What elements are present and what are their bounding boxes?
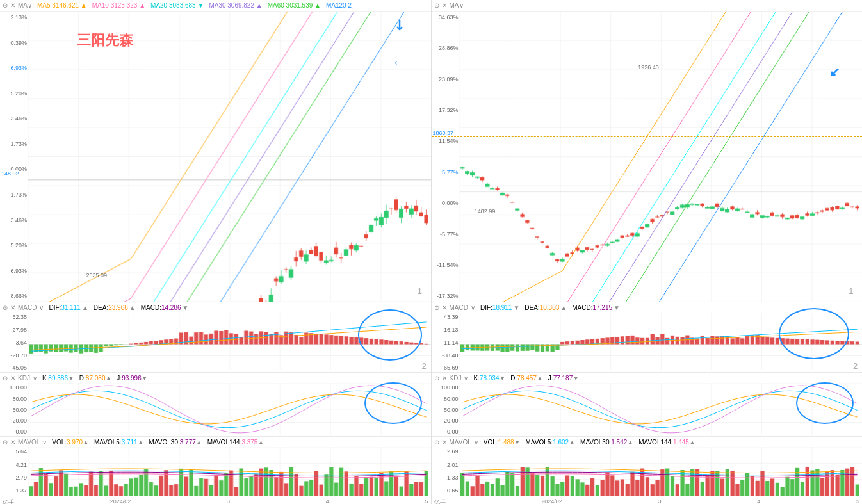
right-mavol-label: MAVOL	[450, 439, 471, 446]
right-mavol-dropdown[interactable]: ∨	[474, 439, 478, 446]
right-macd-settings-icon[interactable]: ⊙	[434, 304, 439, 311]
left-macd-panel: ⊙ ✕ MACD ∨ DIF: 31.111 ▲ DEA: 23.968 ▲ M…	[0, 302, 431, 372]
left-date-3: 4	[326, 498, 329, 504]
right-kdj-canvas	[432, 383, 863, 435]
right-mavol-panel: ⊙ ✕ MAVOL ∨ VOL: 1.488 ▼ MAVOL5: 1.602 ▲…	[432, 436, 863, 504]
right-mavol-canvas	[432, 447, 863, 496]
right-macd-dropdown[interactable]: ∨	[471, 304, 475, 311]
right-kdj-dropdown[interactable]: ∨	[464, 375, 468, 382]
left-mavol-vol-arrow: ▲	[83, 439, 89, 446]
left-ma60: MA60 3031.539 ▲	[268, 2, 321, 9]
right-kdj-d-value: 78.457	[517, 375, 537, 382]
left-kdj-j-value: 93.996	[122, 375, 142, 382]
left-mavol-label: MAVOL	[18, 439, 40, 446]
right-kdj-header: ⊙ ✕ KDJ ∨ K: 78.034 ▼ D: 78.457 ▲ J: 77.…	[432, 373, 863, 383]
right-mavol144-label: MAVOL144:	[638, 439, 673, 446]
left-price-low: 2635.09	[86, 272, 108, 279]
left-kdj-d-arrow: ▲	[105, 375, 111, 382]
right-kdj-panel: ⊙ ✕ KDJ ∨ K: 78.034 ▼ D: 78.457 ▲ J: 77.…	[432, 372, 863, 436]
left-kdj-dropdown[interactable]: ∨	[33, 375, 37, 382]
left-macd-dea-label: DEA:	[94, 304, 108, 311]
left-close-icon[interactable]: ✕	[10, 2, 15, 9]
left-date-1: 2024/02	[110, 498, 131, 504]
left-kdj-settings-icon[interactable]: ⊙	[3, 375, 8, 382]
right-mavol-vol-value: 1.488	[498, 439, 514, 446]
right-kdj-label: KDJ	[450, 375, 462, 382]
left-mavol-dropdown[interactable]: ∨	[42, 439, 47, 446]
right-price-low: 1482.99	[475, 208, 496, 215]
right-kdj-k-arrow: ▼	[499, 375, 505, 382]
right-macd-dif-label: DIF:	[480, 304, 492, 311]
left-mavol-vol-value: 3.970	[67, 439, 83, 446]
right-date-3: 4	[757, 498, 760, 504]
right-mavol-settings-icon[interactable]: ⊙	[434, 439, 439, 446]
left-kdj-d-label: D:	[79, 375, 86, 382]
right-macd-header: ⊙ ✕ MACD ∨ DIF: 18.911 ▼ DEA: 10.303 ▲ M…	[432, 302, 863, 313]
right-macd-val-value: 17.215	[592, 304, 612, 311]
right-ma-label: MA	[450, 2, 459, 9]
left-kdj-close-icon[interactable]: ✕	[10, 375, 15, 382]
right-kdj-close-icon[interactable]: ✕	[442, 375, 447, 382]
right-mavol144-arrow: ▲	[689, 439, 695, 446]
right-kdj-j-label: J:	[548, 375, 553, 382]
left-mavol30-arrow: ▲	[196, 439, 202, 446]
left-mavol144-arrow: ▲	[257, 439, 264, 446]
left-macd-canvas	[0, 313, 431, 370]
right-main-chart[interactable]: 34.63% 28.86% 23.09% 17.32% 11.54% 5.77%…	[432, 12, 863, 302]
left-unit-label: 亿手	[3, 498, 14, 504]
left-ma-label: MA	[18, 2, 28, 9]
left-ma5: MA5 3146.621 ▲	[37, 2, 87, 9]
left-macd-close-icon[interactable]: ✕	[10, 304, 15, 311]
right-candlestick-canvas	[432, 12, 863, 302]
right-mavol5-arrow: ▲	[569, 439, 575, 446]
right-settings-icon[interactable]: ⊙	[434, 2, 439, 9]
right-kdj-j-arrow: ▼	[573, 375, 579, 382]
left-date-4: 5	[425, 498, 428, 504]
left-candlestick-canvas	[0, 12, 431, 302]
right-macd-panel: ⊙ ✕ MACD ∨ DIF: 18.911 ▼ DEA: 10.303 ▲ M…	[432, 302, 863, 372]
right-macd-val-arrow: ▼	[614, 304, 620, 311]
left-macd-val-label: MACD:	[141, 304, 161, 311]
left-mavol30-label: MAVOL30:	[149, 439, 180, 446]
right-mavol-close-icon[interactable]: ✕	[442, 439, 447, 446]
left-ma120: MA120 2	[326, 2, 352, 9]
left-mavol144-value: 3.375	[241, 439, 257, 446]
right-macd-dea-value: 10.303	[540, 304, 560, 311]
left-kdj-panel: ⊙ ✕ KDJ ∨ K: 89.386 ▼ D: 87.080 ▲ J: 93.…	[0, 372, 431, 436]
right-kdj-j-value: 77.187	[553, 375, 573, 382]
right-close-icon[interactable]: ✕	[442, 2, 447, 9]
right-macd-close-icon[interactable]: ✕	[442, 304, 447, 311]
right-ma-bar: ⊙ ✕ MA ∨	[432, 0, 863, 12]
right-macd-dif-value: 18.911	[492, 304, 512, 311]
right-price-high: 1926.40	[638, 64, 659, 70]
left-macd-dropdown[interactable]: ∨	[39, 304, 44, 311]
left-mavol5-label: MAVOL5:	[94, 439, 122, 446]
left-ma20: MA20 3083.683 ▼	[150, 2, 204, 9]
right-chart-panel: ⊙ ✕ MA ∨ 34.63% 28.86% 23.09% 17.32% 11.…	[432, 0, 863, 504]
left-chart-panel: ⊙ ✕ MA ∨ MA5 3146.621 ▲ MA10 3123.323 ▲ …	[0, 0, 432, 504]
right-mavol144-value: 1.445	[673, 439, 689, 446]
right-kdj-d-arrow: ▲	[537, 375, 543, 382]
right-kdj-settings-icon[interactable]: ⊙	[434, 375, 439, 382]
right-mavol5-label: MAVOL5:	[526, 439, 553, 446]
left-ma-dropdown[interactable]: ∨	[28, 2, 32, 9]
left-macd-val-arrow: ▼	[183, 304, 189, 311]
right-kdj-k-label: K:	[473, 375, 479, 382]
left-kdj-j-label: J:	[117, 375, 122, 382]
left-ma10: MA10 3123.323 ▲	[92, 2, 145, 9]
right-ma-dropdown[interactable]: ∨	[459, 2, 464, 9]
left-mavol144-label: MAVOL144:	[207, 439, 242, 446]
left-main-chart[interactable]: 2.13% 0.39% 6.93% 5.20% 3.46% 1.73% 0.00…	[0, 12, 431, 302]
right-unit-label: 亿手	[434, 498, 446, 504]
right-date-1: 2024/02	[541, 498, 562, 504]
left-macd-val-value: 14.286	[161, 304, 181, 311]
left-mavol-close-icon[interactable]: ✕	[10, 439, 15, 446]
right-macd-dea-label: DEA:	[525, 304, 539, 311]
left-macd-settings-icon[interactable]: ⊙	[3, 304, 8, 311]
right-macd-dif-arrow: ▼	[513, 304, 519, 311]
left-settings-icon[interactable]: ⊙	[3, 2, 8, 9]
right-mavol-vol-label: VOL:	[484, 439, 498, 446]
left-mavol-settings-icon[interactable]: ⊙	[3, 439, 8, 446]
left-macd-dea-value: 23.968	[108, 304, 128, 311]
right-kdj-d-label: D:	[510, 375, 517, 382]
